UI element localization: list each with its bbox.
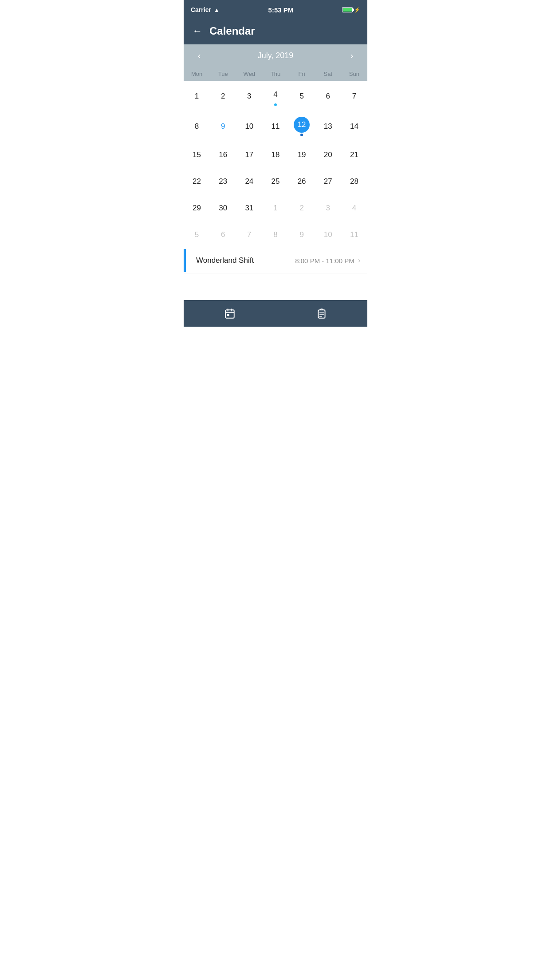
page-title: Calendar [209,25,255,37]
cal-day-24[interactable]: 24 [236,168,262,195]
cal-day-6[interactable]: 6 [315,81,341,111]
status-time: 5:53 PM [268,6,294,14]
cal-day-aug-3[interactable]: 3 [315,195,341,221]
cal-day-10[interactable]: 10 [236,111,262,142]
prev-month-button[interactable]: ‹ [193,51,206,61]
event-time: 8:00 PM - 11:00 PM [295,257,358,265]
events-section: Wonderland Shift 8:00 PM - 11:00 PM › [184,248,367,300]
cal-day-11[interactable]: 11 [262,111,288,142]
battery-container: ⚡ [342,7,360,13]
cal-day-26[interactable]: 26 [289,168,315,195]
cal-day-aug-10[interactable]: 10 [315,221,341,248]
cal-day-4[interactable]: 4 [262,81,288,111]
day-headers: Mon Tue Wed Thu Fri Sat Sun [184,67,367,81]
cal-day-1[interactable]: 1 [184,81,210,111]
svg-rect-4 [227,314,228,316]
cal-day-19[interactable]: 19 [289,142,315,168]
cal-day-aug-6[interactable]: 6 [210,221,236,248]
back-button[interactable]: ← [193,26,202,36]
cal-day-14[interactable]: 14 [341,111,367,142]
clipboard-icon [316,308,327,320]
event-dot-12 [300,134,303,136]
bolt-icon: ⚡ [354,7,360,13]
month-nav: ‹ July, 2019 › [184,44,367,67]
cal-day-7[interactable]: 7 [341,81,367,111]
wifi-icon: ▲ [214,7,220,13]
battery-fill [343,8,352,12]
event-name: Wonderland Shift [196,256,254,265]
day-header-mon: Mon [184,69,210,79]
cal-day-25[interactable]: 25 [262,168,288,195]
cal-day-2[interactable]: 2 [210,81,236,111]
status-right: ⚡ [342,7,360,13]
cal-day-aug-5[interactable]: 5 [184,221,210,248]
cal-day-aug-9[interactable]: 9 [289,221,315,248]
cal-day-16[interactable]: 16 [210,142,236,168]
cal-day-13[interactable]: 13 [315,111,341,142]
day-header-fri: Fri [289,69,315,79]
cal-day-28[interactable]: 28 [341,168,367,195]
cal-day-31[interactable]: 31 [236,195,262,221]
cal-day-21[interactable]: 21 [341,142,367,168]
battery-icon [342,7,353,12]
cal-day-23[interactable]: 23 [210,168,236,195]
calendar-grid: 1 2 3 4 5 6 7 8 9 10 11 12 13 14 15 16 1… [184,81,367,248]
status-bar: Carrier ▲ 5:53 PM ⚡ [184,0,367,20]
cal-day-aug-7[interactable]: 7 [236,221,262,248]
day-header-wed: Wed [236,69,262,79]
header: ← Calendar [184,20,367,44]
cal-day-aug-11[interactable]: 11 [341,221,367,248]
cal-day-3[interactable]: 3 [236,81,262,111]
cal-day-29[interactable]: 29 [184,195,210,221]
day-header-tue: Tue [210,69,236,79]
svg-rect-0 [225,310,234,318]
status-left: Carrier ▲ [191,6,220,13]
cal-day-8[interactable]: 8 [184,111,210,142]
cal-day-aug-8[interactable]: 8 [262,221,288,248]
event-dot-4 [274,103,277,106]
cal-day-9[interactable]: 9 [210,111,236,142]
cal-day-aug-4[interactable]: 4 [341,195,367,221]
next-month-button[interactable]: › [345,51,358,61]
month-label: July, 2019 [258,51,294,60]
day-header-thu: Thu [262,69,288,79]
cal-day-22[interactable]: 22 [184,168,210,195]
day-header-sun: Sun [341,69,367,79]
chevron-right-icon: › [358,257,360,265]
tab-clipboard[interactable] [276,300,367,327]
cal-day-aug-1[interactable]: 1 [262,195,288,221]
day-header-sat: Sat [315,69,341,79]
cal-day-12-selected[interactable]: 12 [289,111,315,142]
event-accent-bar [184,249,186,272]
tab-calendar[interactable] [184,300,276,327]
cal-day-17[interactable]: 17 [236,142,262,168]
event-item-wonderland[interactable]: Wonderland Shift 8:00 PM - 11:00 PM › [184,248,367,273]
event-content: Wonderland Shift [191,256,295,265]
cal-day-5[interactable]: 5 [289,81,315,111]
cal-day-aug-2[interactable]: 2 [289,195,315,221]
cal-day-15[interactable]: 15 [184,142,210,168]
calendar-icon [224,308,236,320]
calendar-section: ‹ July, 2019 › Mon Tue Wed Thu Fri Sat S… [184,44,367,248]
tab-bar [184,300,367,327]
cal-day-20[interactable]: 20 [315,142,341,168]
cal-day-27[interactable]: 27 [315,168,341,195]
carrier-label: Carrier [191,6,211,13]
cal-day-30[interactable]: 30 [210,195,236,221]
cal-day-18[interactable]: 18 [262,142,288,168]
